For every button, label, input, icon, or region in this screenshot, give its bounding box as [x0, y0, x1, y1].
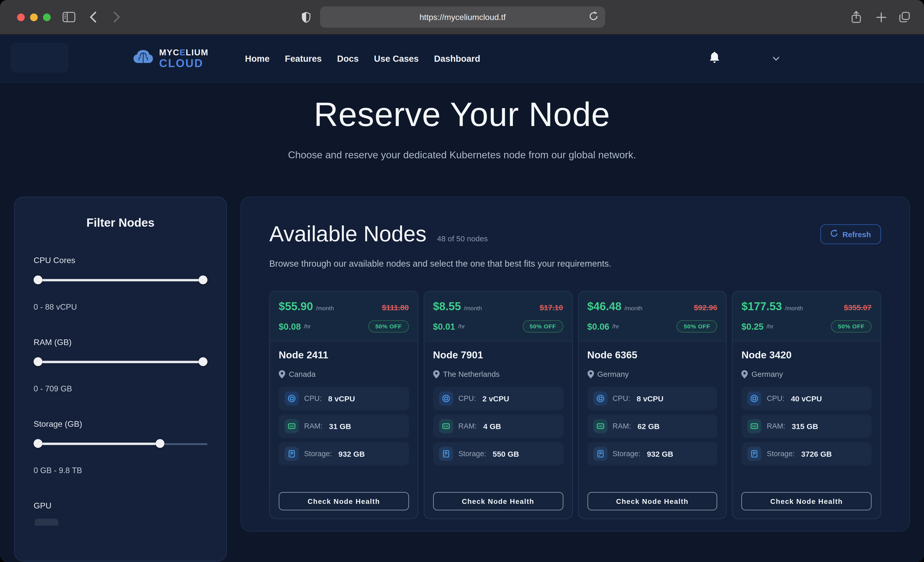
- storage-icon: [439, 447, 453, 461]
- cpu-slider-track: [34, 279, 207, 281]
- forward-button[interactable]: [113, 0, 120, 34]
- monthly-price: $8.55: [433, 300, 461, 313]
- check-node-health-button[interactable]: Check Node Health: [587, 492, 717, 510]
- nodes-panel-subtitle: Browse through our available nodes and s…: [269, 259, 881, 268]
- traffic-lights: [17, 13, 51, 21]
- available-nodes-panel: Available Nodes 48 of 50 nodes Refresh B…: [240, 196, 910, 531]
- sidebar-toggle-icon[interactable]: [63, 0, 76, 34]
- logo-text: MYCELIUM CLOUD: [159, 48, 208, 69]
- node-location: Germany: [597, 370, 629, 378]
- url-text: https://myceliumcloud.tf: [420, 12, 506, 22]
- site-logo[interactable]: MYCELIUM CLOUD: [133, 48, 208, 69]
- ram-range-slider[interactable]: [34, 357, 207, 367]
- content-area: Filter Nodes CPU Cores 0 - 88 vCPU RAM (…: [0, 196, 924, 562]
- cpu-icon: [593, 392, 607, 405]
- node-name: Node 7901: [433, 350, 563, 362]
- filter-panel-title: Filter Nodes: [34, 216, 207, 230]
- ram-spec-row: RAM: 315 GB: [741, 414, 872, 438]
- ram-spec-row: RAM: 31 GB: [279, 414, 409, 438]
- check-node-health-button[interactable]: Check Node Health: [279, 492, 409, 510]
- cpu-icon: [285, 392, 299, 405]
- node-name: Node 3420: [741, 350, 872, 362]
- old-price: $92.96: [694, 303, 717, 312]
- storage-slider-track-inactive: [160, 443, 207, 445]
- address-bar[interactable]: https://myceliumcloud.tf: [320, 6, 605, 28]
- new-tab-icon[interactable]: [876, 0, 886, 34]
- ram-slider-thumb-max[interactable]: [198, 357, 207, 366]
- hourly-price: $0.25: [741, 321, 764, 332]
- navbar-right: [710, 51, 900, 66]
- account-chevron-down-icon[interactable]: [772, 54, 780, 63]
- reload-icon[interactable]: [590, 11, 598, 21]
- nav-item-home[interactable]: Home: [245, 54, 270, 64]
- mycelium-logo-icon: [133, 49, 154, 69]
- cpu-spec-row: CPU: 40 vCPU: [741, 387, 872, 410]
- nodes-panel-header: Available Nodes 48 of 50 nodes Refresh: [269, 222, 881, 247]
- storage-icon: [593, 447, 607, 461]
- hero-section: Reserve Your Node Choose and reserve you…: [0, 95, 924, 161]
- cpu-icon: [747, 392, 761, 405]
- nav-item-docs[interactable]: Docs: [337, 54, 358, 64]
- cpu-spec-row: CPU: 2 vCPU: [433, 387, 563, 410]
- storage-spec-row: Storage: 550 GB: [433, 442, 563, 466]
- page: MYCELIUM CLOUD Home Features Docs Use Ca…: [0, 35, 924, 562]
- gpu-toggle[interactable]: [35, 519, 58, 526]
- storage-slider-track-active: [34, 442, 160, 445]
- nav-item-dashboard[interactable]: Dashboard: [434, 54, 480, 64]
- browser-window: https://myceliumcloud.tf: [0, 0, 924, 562]
- nav-item-features[interactable]: Features: [285, 54, 322, 64]
- shield-icon[interactable]: [302, 0, 310, 34]
- tab-overview-icon[interactable]: [898, 0, 910, 34]
- cpu-range-slider[interactable]: [34, 275, 207, 285]
- notifications-bell-icon[interactable]: [710, 51, 720, 66]
- refresh-icon: [830, 230, 838, 239]
- ram-icon: [747, 419, 761, 433]
- cpu-spec-row: CPU: 8 vCPU: [279, 387, 409, 410]
- nav-links: Home Features Docs Use Cases Dashboard: [245, 54, 480, 64]
- cpu-slider-thumb-max[interactable]: [198, 275, 207, 284]
- storage-slider-thumb-min[interactable]: [34, 439, 42, 448]
- ram-icon: [593, 419, 607, 433]
- ram-filter-label: RAM (GB): [34, 337, 207, 347]
- refresh-button[interactable]: Refresh: [820, 224, 881, 244]
- share-icon[interactable]: [851, 0, 861, 34]
- ram-range-text: 0 - 709 GB: [34, 384, 207, 393]
- node-cards-grid: $55.90 /month $111.80 $0.08 /hr 50% OFF: [269, 291, 881, 519]
- gpu-filter-label: GPU: [34, 501, 207, 510]
- storage-range-slider[interactable]: [34, 439, 207, 448]
- check-node-health-button[interactable]: Check Node Health: [433, 492, 563, 510]
- node-card: $177.53 /month $355.07 $0.25 /hr 50% OFF: [732, 291, 881, 519]
- browser-chrome: https://myceliumcloud.tf: [0, 0, 924, 35]
- cpu-filter-label: CPU Cores: [34, 256, 207, 265]
- check-node-health-button[interactable]: Check Node Health: [741, 492, 872, 510]
- location-pin-icon: [741, 370, 748, 378]
- discount-badge: 50% OFF: [368, 320, 409, 332]
- discount-badge: 50% OFF: [522, 320, 563, 332]
- storage-spec-row: Storage: 932 GB: [279, 442, 409, 466]
- cpu-slider-thumb-min[interactable]: [34, 275, 42, 284]
- close-window-button[interactable]: [17, 13, 25, 21]
- ram-spec-row: RAM: 62 GB: [587, 414, 717, 438]
- minimize-window-button[interactable]: [30, 13, 38, 21]
- hourly-price: $0.01: [433, 321, 455, 332]
- storage-spec-row: Storage: 932 GB: [587, 442, 717, 466]
- nav-item-use-cases[interactable]: Use Cases: [374, 54, 418, 64]
- node-location: Germany: [752, 370, 783, 378]
- old-price: $17.10: [540, 303, 563, 312]
- storage-range-text: 0 GB - 9.8 TB: [34, 466, 207, 475]
- ram-spec-row: RAM: 4 GB: [433, 414, 563, 438]
- zoom-window-button[interactable]: [43, 13, 51, 21]
- location-pin-icon: [587, 370, 594, 378]
- old-price: $111.80: [382, 303, 409, 312]
- storage-icon: [747, 447, 761, 461]
- storage-icon: [285, 447, 299, 461]
- cpu-icon: [439, 392, 453, 405]
- storage-slider-thumb-max[interactable]: [156, 439, 164, 448]
- old-price: $355.07: [844, 303, 872, 312]
- price-section: $55.90 /month $111.80 $0.08 /hr 50% OFF: [270, 291, 417, 341]
- ram-slider-thumb-min[interactable]: [34, 357, 42, 366]
- monthly-price: $46.48: [587, 300, 622, 313]
- filter-panel: Filter Nodes CPU Cores 0 - 88 vCPU RAM (…: [14, 196, 227, 562]
- back-button[interactable]: [90, 0, 97, 34]
- page-subtitle: Choose and reserve your dedicated Kubern…: [0, 149, 924, 161]
